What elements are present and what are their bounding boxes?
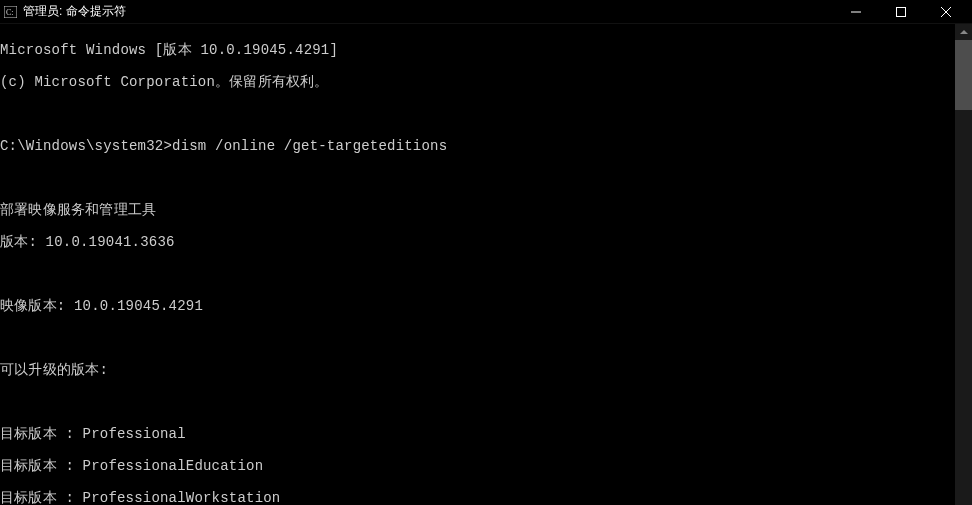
output-line: 版本: 10.0.19041.3636 [0,234,955,250]
output-line: 映像版本: 10.0.19045.4291 [0,298,955,314]
close-button[interactable] [923,0,968,24]
output-line [0,106,955,122]
output-line: 目标版本 : ProfessionalEducation [0,458,955,474]
output-line: 可以升级的版本: [0,362,955,378]
prompt-line: C:\Windows\system32>dism /online /get-ta… [0,138,955,154]
output-line: Microsoft Windows [版本 10.0.19045.4291] [0,42,955,58]
output-line: (c) Microsoft Corporation。保留所有权利。 [0,74,955,90]
output-line [0,170,955,186]
output-line: 目标版本 : Professional [0,426,955,442]
svg-marker-6 [960,30,968,34]
output-line [0,330,955,346]
output-line [0,394,955,410]
svg-rect-3 [896,7,905,16]
titlebar[interactable]: C: 管理员: 命令提示符 [0,0,972,24]
window-title: 管理员: 命令提示符 [23,3,833,20]
output-line: 部署映像服务和管理工具 [0,202,955,218]
titlebar-buttons [833,0,968,24]
vertical-scrollbar[interactable] [955,24,972,505]
output-line [0,266,955,282]
cmd-window: C: 管理员: 命令提示符 Microsoft Windows [版本 10.0… [0,0,972,505]
cmd-icon: C: [4,5,17,18]
output-line: 目标版本 : ProfessionalWorkstation [0,490,955,505]
content-area: Microsoft Windows [版本 10.0.19045.4291] (… [0,24,972,505]
minimize-button[interactable] [833,0,878,24]
svg-text:C:: C: [6,8,14,17]
scroll-up-arrow-icon[interactable] [955,24,972,40]
terminal-output[interactable]: Microsoft Windows [版本 10.0.19045.4291] (… [0,24,955,505]
scroll-thumb[interactable] [955,40,972,110]
maximize-button[interactable] [878,0,923,24]
